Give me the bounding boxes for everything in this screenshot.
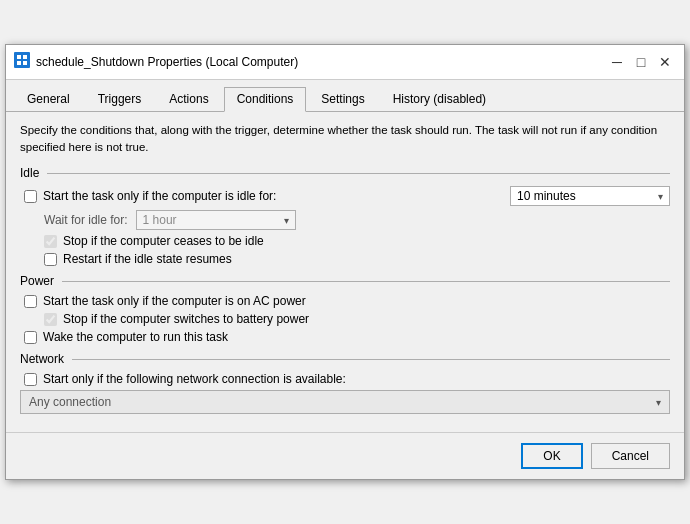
idle-duration-arrow: ▾ [654,191,663,202]
stop-idle-label: Stop if the computer ceases to be idle [63,234,264,248]
maximize-button[interactable]: □ [630,51,652,73]
ok-button[interactable]: OK [521,443,582,469]
svg-rect-4 [23,61,27,65]
wake-checkbox[interactable] [24,331,37,344]
stop-idle-row: Stop if the computer ceases to be idle [20,234,670,248]
tab-settings[interactable]: Settings [308,87,377,112]
wake-row: Wake the computer to run this task [20,330,670,344]
svg-rect-1 [17,55,21,59]
title-bar: schedule_Shutdown Properties (Local Comp… [6,45,684,80]
restart-idle-label: Restart if the idle state resumes [63,252,232,266]
idle-duration-dropdown[interactable]: 10 minutes ▾ [510,186,670,206]
power-section-label: Power [20,274,670,288]
tab-general[interactable]: General [14,87,83,112]
idle-section: Idle Start the task only if the computer… [20,166,670,266]
tab-history[interactable]: History (disabled) [380,87,499,112]
start-idle-label: Start the task only if the computer is i… [43,189,276,203]
ac-power-checkbox[interactable] [24,295,37,308]
network-section-label: Network [20,352,670,366]
dialog-title: schedule_Shutdown Properties (Local Comp… [36,55,298,69]
start-idle-checkbox[interactable] [24,190,37,203]
svg-rect-0 [14,52,30,68]
title-bar-left: schedule_Shutdown Properties (Local Comp… [14,52,298,71]
ac-power-label: Start the task only if the computer is o… [43,294,306,308]
battery-row: Stop if the computer switches to battery… [20,312,670,326]
restart-idle-checkbox[interactable] [44,253,57,266]
svg-rect-2 [23,55,27,59]
wait-for-idle-label: Wait for idle for: [44,213,128,227]
restart-idle-row: Restart if the idle state resumes [20,252,670,266]
dialog-footer: OK Cancel [6,432,684,479]
ac-power-row: Start the task only if the computer is o… [20,294,670,308]
wait-idle-dropdown[interactable]: 1 hour ▾ [136,210,296,230]
title-controls: ─ □ ✕ [606,51,676,73]
tab-actions[interactable]: Actions [156,87,221,112]
wake-label: Wake the computer to run this task [43,330,228,344]
network-dropdown-arrow: ▾ [652,397,661,408]
tab-triggers[interactable]: Triggers [85,87,155,112]
network-dropdown[interactable]: Any connection ▾ [20,390,670,414]
battery-checkbox[interactable] [44,313,57,326]
svg-rect-3 [17,61,21,65]
network-label: Start only if the following network conn… [43,372,346,386]
cancel-button[interactable]: Cancel [591,443,670,469]
close-button[interactable]: ✕ [654,51,676,73]
network-connection-row: Start only if the following network conn… [20,372,670,386]
idle-section-label: Idle [20,166,670,180]
network-checkbox[interactable] [24,373,37,386]
stop-idle-checkbox[interactable] [44,235,57,248]
minimize-button[interactable]: ─ [606,51,628,73]
wait-idle-arrow: ▾ [280,215,289,226]
network-section: Network Start only if the following netw… [20,352,670,414]
dialog-window: schedule_Shutdown Properties (Local Comp… [5,44,685,481]
tab-content: Specify the conditions that, along with … [6,112,684,433]
description-text: Specify the conditions that, along with … [20,122,670,157]
tab-bar: General Triggers Actions Conditions Sett… [6,80,684,112]
power-section: Power Start the task only if the compute… [20,274,670,344]
battery-label: Stop if the computer switches to battery… [63,312,309,326]
wait-for-idle-row: Wait for idle for: 1 hour ▾ [20,210,670,230]
title-icon [14,52,30,71]
start-idle-row: Start the task only if the computer is i… [20,186,670,206]
tab-conditions[interactable]: Conditions [224,87,307,112]
